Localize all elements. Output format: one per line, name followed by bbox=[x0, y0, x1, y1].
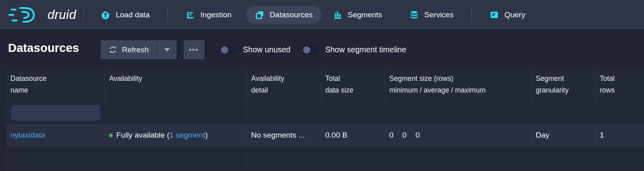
segments-count-link[interactable]: 1 segment bbox=[169, 125, 205, 145]
cell-availability: Fully available ( 1 segment ) bbox=[105, 125, 247, 145]
nav-item-label: Query bbox=[504, 10, 525, 19]
caret-down-icon bbox=[164, 48, 170, 52]
datasources-table: Datasource name Availability Availabilit… bbox=[6, 68, 644, 171]
ingestion-chart-icon bbox=[186, 10, 195, 20]
refresh-dropdown-button[interactable] bbox=[157, 40, 177, 59]
column-header-availability-detail[interactable]: Availability detail bbox=[247, 68, 321, 101]
cell-availability-detail: No segments ... bbox=[247, 125, 321, 145]
database-icon bbox=[409, 10, 419, 20]
nav-item-label: Services bbox=[424, 10, 454, 19]
nav-item-datasources[interactable]: Datasources bbox=[246, 6, 322, 24]
segments-bar-chart-icon bbox=[333, 10, 343, 20]
show-segment-timeline-toggle[interactable] bbox=[302, 45, 319, 55]
table-filter-row bbox=[6, 101, 644, 125]
toggle-knob bbox=[303, 46, 310, 54]
cell-total-rows: 1 bbox=[596, 125, 644, 145]
table-header-row: Datasource name Availability Availabilit… bbox=[6, 68, 644, 101]
show-unused-toggle[interactable] bbox=[220, 45, 237, 55]
table-empty-row bbox=[6, 146, 644, 170]
toggle-knob bbox=[221, 46, 228, 54]
availability-text: Fully available ( bbox=[116, 125, 169, 145]
upload-icon bbox=[101, 10, 110, 20]
refresh-button[interactable]: Refresh bbox=[101, 40, 157, 59]
page-title: Datasources bbox=[8, 41, 79, 55]
refresh-button-label: Refresh bbox=[122, 45, 149, 54]
fully-available-status-dot-icon bbox=[109, 134, 113, 137]
column-header-availability[interactable]: Availability bbox=[105, 68, 247, 101]
column-header-total-data-size[interactable]: Total data size bbox=[321, 68, 385, 101]
more-icon: ••• bbox=[189, 46, 199, 54]
brand-wordmark: druid bbox=[47, 8, 76, 22]
navbar-divider bbox=[167, 7, 168, 23]
show-segment-timeline-toggle-group: Show segment timeline bbox=[302, 45, 407, 55]
availability-text-suffix: ) bbox=[205, 125, 208, 145]
query-console-icon bbox=[489, 10, 499, 20]
cell-total-data-size: 0.00 B bbox=[321, 125, 385, 145]
nav-item-label: Load data bbox=[116, 10, 150, 19]
more-actions-button[interactable]: ••• bbox=[184, 40, 204, 59]
cell-datasource-name: nytaxidata bbox=[6, 125, 105, 145]
refresh-icon bbox=[109, 45, 117, 54]
toggle-label: Show unused bbox=[243, 45, 291, 54]
show-unused-toggle-group: Show unused bbox=[220, 45, 291, 55]
top-navbar: druid Load data Ingestion bbox=[0, 0, 644, 29]
column-header-datasource-name[interactable]: Datasource name bbox=[6, 68, 105, 101]
cell-segment-granularity: Day bbox=[532, 125, 596, 145]
nav-item-services[interactable]: Services bbox=[400, 6, 462, 24]
datasources-icon bbox=[255, 10, 264, 20]
nav-item-segments[interactable]: Segments bbox=[324, 6, 391, 24]
table-row: nytaxidata Fully available ( 1 segment )… bbox=[6, 125, 644, 146]
druid-logo-icon bbox=[8, 5, 45, 25]
cell-segment-size-rows: 0 0 0 bbox=[385, 125, 532, 145]
nav-item-label: Datasources bbox=[270, 10, 313, 19]
navbar-divider bbox=[471, 7, 472, 23]
nav-item-label: Ingestion bbox=[200, 10, 231, 19]
datasource-name-link[interactable]: nytaxidata bbox=[10, 125, 45, 145]
segment-size-maximum: 0 bbox=[415, 125, 420, 145]
datasources-view-header: Datasources Refresh ••• bbox=[0, 29, 644, 68]
druid-logo[interactable]: druid bbox=[8, 5, 76, 25]
datasource-name-filter-input[interactable] bbox=[10, 104, 101, 121]
nav-item-load-data[interactable]: Load data bbox=[92, 6, 159, 24]
nav-item-query[interactable]: Query bbox=[481, 6, 534, 24]
nav-item-label: Segments bbox=[348, 10, 382, 19]
nav-item-ingestion[interactable]: Ingestion bbox=[177, 6, 240, 24]
segment-size-average: 0 bbox=[402, 125, 407, 145]
navbar-divider bbox=[83, 7, 84, 23]
column-header-segment-size-rows[interactable]: Segment size (rows) minimum / average / … bbox=[385, 68, 532, 101]
column-header-total-rows[interactable]: Total rows bbox=[596, 68, 644, 101]
toggle-label: Show segment timeline bbox=[325, 45, 407, 54]
column-header-segment-granularity[interactable]: Segment granularity bbox=[532, 68, 596, 101]
segment-size-minimum: 0 bbox=[389, 125, 394, 145]
